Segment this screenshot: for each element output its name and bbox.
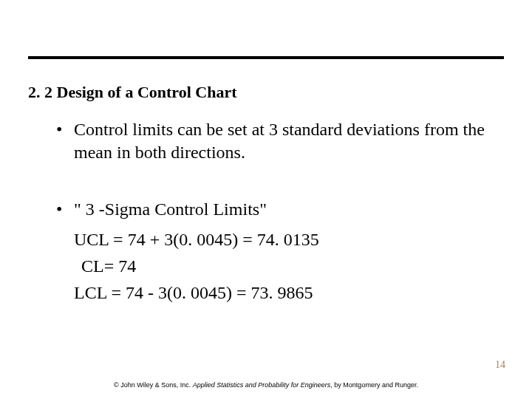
section-title: 2. 2 Design of a Control Chart [28, 83, 237, 102]
equation-cl: CL= 74 [74, 253, 491, 279]
bullet-2: " 3 -Sigma Control Limits" [52, 198, 491, 221]
bullet-dot-icon [52, 198, 74, 221]
footer-authors: , by Montgomery and Runger. [330, 381, 418, 389]
top-rule [28, 56, 504, 59]
bullet-dot-icon [52, 118, 74, 164]
slide-page: 2. 2 Design of a Control Chart Control l… [0, 0, 532, 399]
equation-ucl: UCL = 74 + 3(0. 0045) = 74. 0135 [74, 226, 491, 253]
footer-publisher: © John Wiley & Sons, Inc. [114, 381, 193, 389]
bullet-1: Control limits can be set at 3 standard … [52, 118, 491, 164]
page-number: 14 [495, 359, 505, 371]
footer-book-title: Applied Statistics and Probability for E… [193, 381, 331, 389]
equation-lcl: LCL = 74 - 3(0. 0045) = 73. 9865 [74, 279, 491, 306]
content-area: Control limits can be set at 3 standard … [52, 118, 491, 306]
bullet-2-text: " 3 -Sigma Control Limits" [74, 198, 491, 221]
spacer [52, 185, 491, 198]
equation-block: UCL = 74 + 3(0. 0045) = 74. 0135 CL= 74 … [52, 226, 491, 306]
footer: © John Wiley & Sons, Inc. Applied Statis… [0, 381, 532, 389]
bullet-1-text: Control limits can be set at 3 standard … [74, 118, 491, 164]
